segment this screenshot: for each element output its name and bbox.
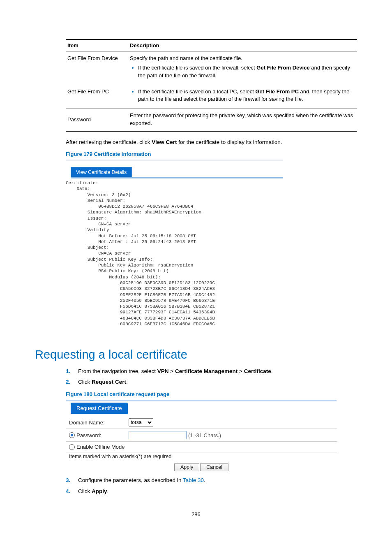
cell-item: Get File From PC [66, 85, 128, 109]
t: > [169, 368, 175, 374]
figure-179-caption: Figure 179 Certificate information [66, 151, 357, 157]
step-2: 2. Click Request Cert. [66, 378, 357, 386]
t: If the certificate file is saved on the … [138, 65, 256, 71]
t: After retrieving the certificate, click [66, 139, 152, 145]
step-4: 4. Click Apply. [66, 487, 357, 496]
section-heading: Requesting a local certificate [35, 348, 357, 362]
t: > [238, 368, 244, 374]
steps-list: 1. From the navigation tree, select VPN … [66, 367, 357, 387]
table-row: Get File From Device Specify the path an… [66, 51, 357, 85]
apply-button[interactable]: Apply [174, 463, 199, 471]
certificate-text: Certificate: Data: Version: 3 (0x2) Seri… [66, 180, 215, 327]
parameters-table: Item Description Get File From Device Sp… [66, 39, 357, 132]
t-bold: Request Cert [92, 379, 126, 385]
table-30-link[interactable]: Table 30 [183, 477, 204, 483]
table-row: Get File From PC If the certificate file… [66, 85, 357, 109]
steps-list-cont: 3. Configure the parameters, as describe… [66, 476, 357, 496]
cancel-button[interactable]: Cancel [200, 463, 228, 471]
offline-radio[interactable] [69, 444, 75, 450]
required-note: Items marked with an asterisk(*) are req… [66, 452, 337, 461]
t-bold: Get File From PC [255, 88, 298, 95]
step-1: 1. From the navigation tree, select VPN … [66, 367, 357, 375]
t-bold: Get File From Device [256, 65, 309, 71]
t-bold: View Cert [152, 139, 177, 145]
t-bold: VPN [157, 368, 169, 374]
cell-item: Get File From Device [66, 51, 128, 85]
certificate-details-screenshot: View Certificate Details Certificate: Da… [66, 160, 283, 336]
cell-desc: If the certificate file is saved on a lo… [128, 85, 357, 109]
after-retrieve-text: After retrieving the certificate, click … [66, 139, 357, 145]
request-cert-screenshot: Request Certificate Domain Name: torsa P… [66, 400, 337, 470]
th-item: Item [66, 39, 128, 51]
cell-item: Password [66, 109, 128, 131]
offline-label: Enable Offline Mode [76, 444, 125, 450]
step-3: 3. Configure the parameters, as describe… [66, 476, 357, 484]
figure-180-caption: Figure 180 Local certificate request pag… [66, 391, 357, 397]
t: If the certificate file is saved on a lo… [138, 88, 255, 95]
domain-name-select[interactable]: torsa [129, 418, 153, 426]
offline-row: Enable Offline Mode [66, 442, 337, 452]
t: Click [78, 379, 92, 385]
password-label: Password: [76, 432, 101, 438]
t: for the certificate to display its infor… [177, 139, 282, 145]
domain-name-row: Domain Name: torsa [66, 416, 337, 429]
domain-name-label: Domain Name: [69, 419, 129, 426]
desc-intro: Specify the path and name of the certifi… [130, 55, 242, 61]
step-number: 2. [66, 378, 78, 386]
password-row: Password: (1 -31 Chars.) [66, 429, 337, 442]
cell-desc: Specify the path and name of the certifi… [128, 51, 357, 85]
password-radio[interactable] [69, 432, 75, 438]
bullet-item: If the certificate file is saved on a lo… [138, 88, 354, 104]
step-number: 3. [66, 476, 78, 484]
t: Click [78, 488, 92, 494]
t-bold: Certificate Management [175, 368, 238, 374]
step-number: 4. [66, 487, 78, 496]
step-number: 1. [66, 367, 78, 375]
table-row: Password Enter the password for protecti… [66, 109, 357, 131]
t: From the navigation tree, select [78, 368, 157, 374]
th-desc: Description [128, 39, 357, 51]
chars-hint: (1 -31 Chars.) [188, 432, 221, 438]
t-bold: Certificate [244, 368, 271, 374]
bullet-item: If the certificate file is saved on the … [138, 64, 354, 80]
t-bold: Apply [92, 488, 107, 494]
page-number: 286 [0, 511, 392, 517]
request-cert-tab: Request Certificate [71, 403, 128, 414]
view-cert-tab: View Certificate Details [71, 167, 132, 178]
password-input[interactable] [129, 431, 187, 439]
t: Configure the parameters, as described i… [78, 477, 183, 483]
cell-desc: Enter the password for protecting the pr… [128, 109, 357, 131]
